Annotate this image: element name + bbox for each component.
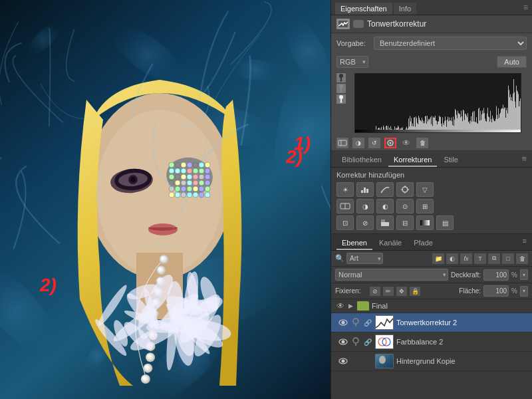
photo-canvas-element <box>0 0 331 399</box>
tab-bibliotheken[interactable]: Bibliotheken <box>336 154 387 167</box>
visibility-icon[interactable] <box>353 20 364 28</box>
k-icon-brightness[interactable]: ☀ <box>336 182 354 197</box>
deckkraft-input[interactable] <box>483 269 509 281</box>
new-group-btn[interactable]: 📁 <box>432 253 444 264</box>
layer-visibility-final[interactable]: 👁 <box>335 301 346 311</box>
layer-visibility-farbbalance2[interactable] <box>338 337 348 346</box>
blend-mode-select[interactable]: Normal <box>335 269 448 281</box>
ebenen-tabs: Ebenen Kanäle Pfade ≡ <box>331 234 532 251</box>
korrektur-row-1: ☀ ▽ <box>336 182 527 197</box>
svg-rect-16 <box>366 189 368 193</box>
tab-korrekturen[interactable]: Korrekturen <box>388 154 437 167</box>
trash-btn[interactable]: 🗑 <box>416 138 428 148</box>
tab-pfade[interactable]: Pfade <box>408 237 438 250</box>
tab-info[interactable]: Info <box>394 3 416 15</box>
layer-row-hintergrundkopie[interactable]: Hintergrund Kopie <box>331 352 532 371</box>
k-icon-phfilter[interactable]: ⊙ <box>396 199 414 213</box>
k-icon-threshold[interactable]: ⊟ <box>396 215 414 230</box>
k-icon-gradientmap[interactable] <box>416 215 434 230</box>
layer-group-final[interactable]: 👁 ▶ Final <box>331 299 532 313</box>
vorgabe-row: Vorgabe: Benutzerdefiniert <box>331 33 532 53</box>
layer-link-tonwertkorrektur2[interactable] <box>351 318 360 327</box>
panel-menu-icon[interactable]: ≡ <box>523 3 528 15</box>
svg-rect-5 <box>340 88 342 91</box>
layer-link-farbbalance2[interactable] <box>351 337 360 346</box>
eigenschaften-section: Tonwertkorrektur Vorgabe: Benutzerdefini… <box>331 15 532 151</box>
layer-name-final: Final <box>372 302 528 310</box>
k-icon-colorbalance[interactable]: ◑ <box>356 199 374 213</box>
new-layer-btn[interactable]: □ <box>502 253 514 264</box>
layer-thumb-farbbalance2 <box>375 334 394 349</box>
ebenen-panel-menu[interactable]: ≡ <box>523 237 527 250</box>
art-select-wrap: Art <box>346 253 383 264</box>
k-icon-levels[interactable] <box>356 182 374 197</box>
tab-eigenschaften[interactable]: Eigenschaften <box>335 3 392 15</box>
tab-ebenen[interactable]: Ebenen <box>336 237 372 250</box>
svg-point-40 <box>342 360 345 363</box>
k-icon-vibrance[interactable]: ▽ <box>416 182 434 197</box>
deckkraft-percent: % <box>511 271 517 279</box>
layer-visibility-hintergrundkopie[interactable] <box>338 356 348 366</box>
flaeche-input[interactable] <box>483 285 509 297</box>
fix-paint[interactable]: ✏ <box>383 287 394 296</box>
photo-canvas: 1) 2) 2) <box>0 0 331 399</box>
flaeche-arrow[interactable]: ▾ <box>520 286 528 297</box>
tab-stile[interactable]: Stile <box>438 154 463 167</box>
fix-all[interactable]: 🔒 <box>410 287 420 296</box>
svg-point-33 <box>342 340 345 344</box>
k-icon-hue[interactable] <box>336 199 354 213</box>
k-icon-channelmixer[interactable]: ⊞ <box>416 199 434 213</box>
tab-kanaele[interactable]: Kanäle <box>374 237 407 250</box>
k-icon-invert[interactable]: ⊘ <box>356 215 374 230</box>
eyedropper-highlights[interactable] <box>336 94 346 104</box>
flaeche-label: Fläche: <box>459 287 481 295</box>
k-icon-blackwhite[interactable]: ◐ <box>376 199 394 213</box>
k-icon-colorlookup[interactable]: ⊡ <box>336 215 354 230</box>
clone-btn[interactable]: ⧉ <box>488 253 500 264</box>
refresh-btn[interactable]: ↺ <box>368 138 380 148</box>
layer-row-tonwertkorrektur2[interactable]: 🔗 Tonwertkorrektur 2 <box>331 313 532 332</box>
ebenen-section: Ebenen Kanäle Pfade ≡ 🔍 Art 📁 ◐ fx T ⧉ □… <box>331 234 532 399</box>
layer-thumb-hintergrundkopie <box>375 354 394 368</box>
target-btn[interactable] <box>384 138 396 148</box>
art-select[interactable]: Art <box>346 253 383 264</box>
tonwertkorrektur-titlebar: Tonwertkorrektur <box>331 15 532 33</box>
layer-row-farbbalance2[interactable]: 🔗 Farbbalance 2 <box>331 332 532 352</box>
layer-visibility-tonwertkorrektur2[interactable] <box>338 318 348 327</box>
auto-button[interactable]: Auto <box>497 56 527 68</box>
korrektur-section: Korrektur hinzufügen ☀ ▽ ◑ <box>331 168 532 234</box>
tonwertkorrektur-title: Tonwertkorrektur <box>367 19 426 29</box>
adjustment-layer-btn[interactable]: ◐ <box>446 253 458 264</box>
k-icon-selectivecolor[interactable]: ▤ <box>436 215 454 230</box>
eyedropper-midtones[interactable] <box>336 84 346 93</box>
bks-panel-menu[interactable]: ≡ <box>521 154 527 167</box>
svg-point-42 <box>379 356 386 364</box>
svg-rect-25 <box>381 219 385 222</box>
trash-layer-btn[interactable]: 🗑 <box>516 253 528 264</box>
search-icon: 🔍 <box>335 254 344 263</box>
korrektur-row-2: ◑ ◐ ⊙ ⊞ <box>336 199 527 213</box>
histogram-display <box>354 73 521 133</box>
fx-btn[interactable]: fx <box>460 253 472 264</box>
vorgabe-select[interactable]: Benutzerdefiniert <box>374 37 527 50</box>
right-panel: Eigenschaften Info ≡ Tonwertkorrektur Vo… <box>331 0 532 399</box>
fix-transparency[interactable]: ⊘ <box>370 287 380 296</box>
svg-rect-10 <box>338 140 346 146</box>
rgb-select-wrap: RGB <box>336 56 368 68</box>
annotation-2-bottom: 2) <box>40 275 57 296</box>
rgb-select[interactable]: RGB <box>336 56 368 68</box>
mask-btn[interactable]: ◑ <box>352 138 364 148</box>
k-icon-exposure[interactable] <box>396 182 414 197</box>
deckkraft-arrow[interactable]: ▾ <box>520 269 528 280</box>
fix-move[interactable]: ✥ <box>396 287 407 296</box>
eyedropper-shadows[interactable] <box>336 73 346 82</box>
clip-shadows-btn[interactable] <box>336 138 348 148</box>
group-arrow-final: ▶ <box>348 303 353 309</box>
k-icon-curves[interactable] <box>376 182 394 197</box>
opacity-row: Normal Deckkraft: % ▾ <box>331 267 532 283</box>
text-btn[interactable]: T <box>474 253 486 264</box>
k-icon-posterize[interactable] <box>376 215 394 230</box>
vorgabe-label: Vorgabe: <box>336 39 370 47</box>
visibility-toggle[interactable]: 👁 <box>400 138 412 148</box>
layer-thumb-tonwertkorrektur2 <box>375 315 394 330</box>
